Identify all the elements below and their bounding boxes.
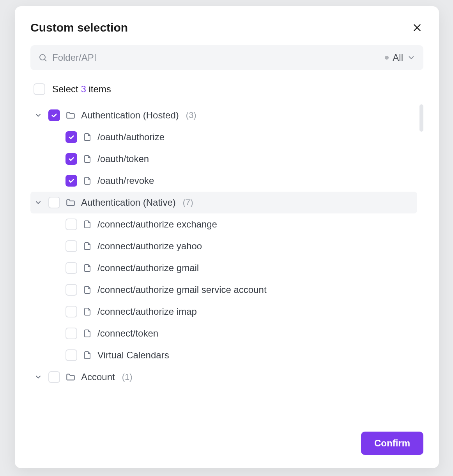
item-label: /oauth/revoke	[97, 175, 154, 186]
api-row[interactable]: /connect/authorize gmail	[30, 257, 417, 279]
folder-row[interactable]: Account(1)	[30, 366, 417, 388]
chevron-down-icon[interactable]	[34, 198, 43, 207]
file-icon	[83, 351, 92, 360]
folder-checkbox[interactable]	[48, 197, 60, 208]
item-label: /connect/authorize gmail	[97, 263, 199, 273]
file-icon	[83, 285, 92, 294]
svg-point-2	[40, 55, 45, 60]
close-button[interactable]	[411, 21, 423, 34]
api-row[interactable]: /connect/authorize gmail service account	[30, 279, 417, 301]
chevron-down-icon	[407, 53, 416, 62]
item-checkbox[interactable]	[65, 219, 77, 230]
folder-checkbox[interactable]	[48, 371, 60, 383]
item-label: /connect/authorize gmail service account	[97, 284, 267, 295]
folder-icon	[65, 372, 76, 382]
file-icon	[83, 263, 92, 273]
folder-count: (1)	[122, 372, 133, 382]
folder-checkbox[interactable]	[48, 109, 60, 121]
item-checkbox[interactable]	[65, 328, 77, 339]
tree-list[interactable]: Authentication (Hosted)(3)/oauth/authori…	[30, 104, 423, 420]
folder-label: Authentication (Native)	[81, 197, 176, 208]
folder-label: Account	[81, 372, 115, 383]
filter-dropdown[interactable]: All	[385, 52, 416, 63]
api-row[interactable]: /oauth/revoke	[30, 170, 417, 192]
folder-row[interactable]: Authentication (Native)(7)	[30, 192, 417, 213]
item-checkbox[interactable]	[65, 262, 77, 274]
modal-title: Custom selection	[30, 21, 128, 34]
status-dot-icon	[385, 56, 389, 60]
chevron-down-icon[interactable]	[34, 372, 43, 382]
filter-label: All	[393, 52, 403, 63]
select-all-row: Select 3 items	[30, 81, 423, 97]
item-checkbox[interactable]	[65, 284, 77, 296]
selected-count: 3	[81, 84, 86, 94]
scrollbar-thumb[interactable]	[419, 104, 423, 132]
api-row[interactable]: /connect/authorize yahoo	[30, 235, 417, 257]
item-checkbox[interactable]	[65, 240, 77, 252]
svg-line-3	[45, 60, 47, 62]
confirm-button[interactable]: Confirm	[361, 432, 423, 455]
item-checkbox[interactable]	[65, 306, 77, 317]
item-checkbox[interactable]	[65, 349, 77, 361]
item-checkbox[interactable]	[65, 153, 77, 165]
api-row[interactable]: /connect/authorize exchange	[30, 213, 417, 235]
item-label: /connect/token	[97, 328, 158, 339]
modal-header: Custom selection	[30, 21, 423, 34]
item-label: /connect/authorize yahoo	[97, 241, 202, 252]
custom-selection-modal: Custom selection All Select 3 items Auth…	[15, 6, 439, 468]
item-checkbox[interactable]	[65, 175, 77, 187]
search-icon	[38, 53, 48, 62]
api-row[interactable]: /oauth/token	[30, 148, 417, 170]
file-icon	[83, 154, 92, 164]
api-row[interactable]: /connect/token	[30, 323, 417, 344]
api-row[interactable]: /connect/authorize imap	[30, 301, 417, 323]
item-label: /oauth/authorize	[97, 132, 165, 143]
file-icon	[83, 132, 92, 142]
search-bar: All	[30, 45, 423, 70]
item-label: /connect/authorize imap	[97, 306, 197, 317]
chevron-down-icon[interactable]	[34, 111, 43, 120]
close-icon	[412, 23, 422, 33]
item-label: Virtual Calendars	[97, 350, 169, 361]
modal-footer: Confirm	[30, 420, 423, 455]
item-label: /connect/authorize exchange	[97, 219, 217, 230]
file-icon	[83, 307, 92, 316]
api-row[interactable]: /oauth/authorize	[30, 126, 417, 148]
folder-row[interactable]: Authentication (Hosted)(3)	[30, 104, 417, 126]
file-icon	[83, 220, 92, 229]
file-icon	[83, 176, 92, 185]
folder-count: (7)	[183, 197, 193, 208]
file-icon	[83, 329, 92, 338]
select-all-checkbox[interactable]	[34, 83, 45, 95]
folder-label: Authentication (Hosted)	[81, 110, 179, 121]
search-input[interactable]	[52, 52, 385, 63]
select-all-label: Select 3 items	[52, 84, 111, 95]
item-checkbox[interactable]	[65, 131, 77, 143]
item-label: /oauth/token	[97, 153, 149, 164]
api-row[interactable]: Virtual Calendars	[30, 344, 417, 366]
folder-count: (3)	[186, 110, 196, 120]
file-icon	[83, 242, 92, 251]
folder-icon	[65, 197, 76, 208]
folder-icon	[65, 110, 76, 120]
